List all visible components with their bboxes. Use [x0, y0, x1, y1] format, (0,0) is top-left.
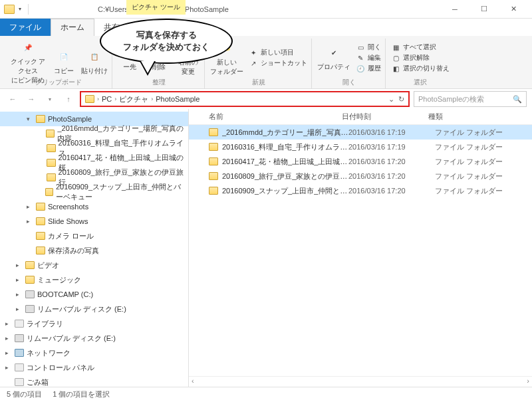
- caret-icon[interactable]: ▸: [16, 291, 23, 298]
- minimize-button[interactable]: ─: [440, 0, 469, 19]
- recent-dropdown[interactable]: ▾: [43, 92, 57, 106]
- drive-icon: [15, 334, 24, 342]
- tree-item[interactable]: 保存済みの写真: [0, 243, 188, 258]
- annotation-callout: 写真を保存する フォルダを決めておく: [100, 19, 233, 64]
- file-list[interactable]: _2016mmdd_カテゴリー_場所_写真の内容2016/03/16 17:19…: [189, 125, 532, 376]
- file-list-pane: 名前 日付時刻 種類 _2016mmdd_カテゴリー_場所_写真の内容2016/…: [189, 109, 532, 387]
- up-button[interactable]: ↑: [61, 92, 76, 106]
- address-bar[interactable]: › PC › ピクチャ › PhotoSample ⌄ ↻: [80, 91, 410, 107]
- scroll-right-icon[interactable]: ›: [527, 377, 529, 387]
- file-row[interactable]: 20160809_旅行_伊豆_家族との伊豆旅行2016/03/16 17:20フ…: [189, 169, 532, 183]
- navigation-tree[interactable]: ▾PhotoSample_2016mmdd_カテゴリー_場所_写真の内容2016…: [0, 109, 189, 387]
- select-none-button[interactable]: ▢選択解除: [391, 53, 450, 62]
- tab-file[interactable]: ファイル: [0, 19, 51, 36]
- folder-icon: [36, 232, 45, 240]
- folder-icon: [209, 157, 218, 165]
- select-all-button[interactable]: ▦すべて選択: [391, 43, 450, 52]
- refresh-button[interactable]: ↻: [398, 95, 404, 104]
- file-date: 2016/03/16 17:19: [348, 128, 435, 136]
- caret-icon[interactable]: ▸: [5, 364, 12, 371]
- address-dropdown-icon[interactable]: ⌄: [388, 95, 394, 104]
- horizontal-scrollbar[interactable]: ‹ ›: [189, 376, 532, 387]
- back-button[interactable]: ←: [5, 92, 20, 106]
- file-name: 20160809_旅行_伊豆_家族との伊豆旅行: [222, 171, 348, 181]
- tree-item[interactable]: ▸ライブラリ: [0, 316, 188, 331]
- callout-line1: 写真を保存する: [136, 29, 197, 41]
- caret-icon[interactable]: ▸: [27, 203, 33, 210]
- search-placeholder: PhotoSampleの検索: [418, 94, 484, 104]
- file-row[interactable]: 20160909_スナップ_上田市_仲間とバーベキュー2016/03/16 17…: [189, 183, 532, 198]
- group-open-label: 開く: [342, 78, 356, 88]
- file-date: 2016/03/16 17:19: [348, 143, 435, 151]
- tree-item[interactable]: ▸BOOTCAMP (C:): [0, 287, 188, 302]
- tree-item[interactable]: 20160909_スナップ_上田市_仲間とバーベキュー: [0, 185, 188, 199]
- file-name: 20160909_スナップ_上田市_仲間とバーベキュー: [222, 186, 348, 196]
- easy-access-button[interactable]: ↗ショートカット: [249, 58, 307, 68]
- tree-item[interactable]: ▸ミュージック: [0, 272, 188, 287]
- breadcrumb-pictures[interactable]: ピクチャ: [119, 94, 148, 104]
- copy-button[interactable]: 📄コピー: [52, 48, 76, 76]
- open-icon: ▭: [356, 43, 365, 52]
- breadcrumb-current[interactable]: PhotoSample: [156, 95, 200, 103]
- history-button[interactable]: 🕘履歴: [356, 64, 381, 73]
- drive-icon: [25, 305, 35, 313]
- file-row[interactable]: 20160316_料理_自宅_手作りオムライス2016/03/16 17:19フ…: [189, 140, 532, 154]
- tree-item[interactable]: ▸Slide Shows: [0, 214, 188, 229]
- chevron-right-icon[interactable]: ›: [151, 96, 153, 102]
- caret-icon[interactable]: ▸: [16, 306, 23, 312]
- chevron-right-icon[interactable]: ›: [97, 96, 99, 102]
- caret-icon[interactable]: ▸: [5, 335, 12, 342]
- tree-item[interactable]: ごみ箱: [0, 375, 188, 387]
- chevron-right-icon[interactable]: ›: [114, 96, 116, 102]
- contextual-tab-label[interactable]: ピクチャ ツール: [126, 0, 186, 15]
- tree-item-label: カメラ ロール: [48, 231, 94, 241]
- caret-icon[interactable]: ▸: [27, 218, 33, 225]
- tree-item[interactable]: ▸ネットワーク: [0, 346, 188, 360]
- invert-selection-button[interactable]: ◧選択の切り替え: [391, 64, 450, 73]
- column-name[interactable]: 名前: [189, 112, 342, 122]
- tree-item[interactable]: ▸ビデオ: [0, 258, 188, 272]
- properties-button[interactable]: ✔プロパティ: [317, 44, 350, 72]
- file-row[interactable]: _2016mmdd_カテゴリー_場所_写真の内容2016/03/16 17:19…: [189, 125, 532, 140]
- tree-item[interactable]: ▸リムーバブル ディスク (E:): [0, 331, 188, 346]
- folder-icon: [36, 217, 45, 225]
- scroll-left-icon[interactable]: ‹: [192, 377, 194, 387]
- qat-dropdown-icon[interactable]: ▾: [19, 6, 21, 12]
- tree-item[interactable]: カメラ ロール: [0, 229, 188, 243]
- folder-icon: [36, 203, 45, 211]
- new-item-button[interactable]: ✦新しい項目: [249, 48, 307, 57]
- search-input[interactable]: PhotoSampleの検索 🔍: [414, 91, 527, 107]
- folder-icon: [209, 128, 218, 136]
- callout-line2: フォルダを決めておく: [123, 41, 209, 53]
- caret-icon[interactable]: ▸: [16, 262, 23, 268]
- tab-home[interactable]: ホーム: [51, 19, 94, 36]
- breadcrumb-pc[interactable]: PC: [102, 95, 112, 103]
- caret-icon[interactable]: ▾: [27, 116, 33, 122]
- pin-icon: 📌: [19, 39, 37, 56]
- edit-button[interactable]: ✎編集: [356, 53, 381, 62]
- folder-icon: [25, 261, 35, 269]
- close-button[interactable]: ✕: [499, 0, 528, 19]
- forward-button[interactable]: →: [24, 92, 39, 106]
- file-name: 20160316_料理_自宅_手作りオムライス: [222, 142, 348, 152]
- folder-icon: [46, 130, 55, 138]
- caret-icon[interactable]: ▸: [16, 276, 23, 283]
- navigation-row: ← → ▾ ↑ › PC › ピクチャ › PhotoSample ⌄ ↻ Ph…: [0, 89, 532, 109]
- column-headers[interactable]: 名前 日付時刻 種類: [189, 109, 532, 125]
- maximize-button[interactable]: ☐: [469, 0, 499, 19]
- tree-item-label: 20160909_スナップ_上田市_仲間とバーベキュー: [56, 182, 188, 202]
- caret-icon[interactable]: ▸: [5, 320, 12, 327]
- caret-icon[interactable]: ▸: [5, 350, 12, 356]
- open-button[interactable]: ▭開く: [356, 43, 381, 52]
- folder-icon: [25, 276, 35, 284]
- other-icon: [15, 320, 24, 328]
- tree-item[interactable]: ▸リムーバブル ディスク (E:): [0, 302, 188, 316]
- column-date[interactable]: 日付時刻: [342, 112, 428, 122]
- folder-icon: [4, 5, 15, 14]
- tree-item-label: Slide Shows: [48, 217, 88, 225]
- file-row[interactable]: 20160417_花・植物_上田城_上田城の桜2016/03/16 17:20フ…: [189, 154, 532, 169]
- group-clipboard-label: クリップボード: [35, 78, 82, 88]
- tree-item[interactable]: ▸コントロール パネル: [0, 360, 188, 375]
- folder-icon: [47, 144, 56, 152]
- column-type[interactable]: 種類: [428, 112, 532, 122]
